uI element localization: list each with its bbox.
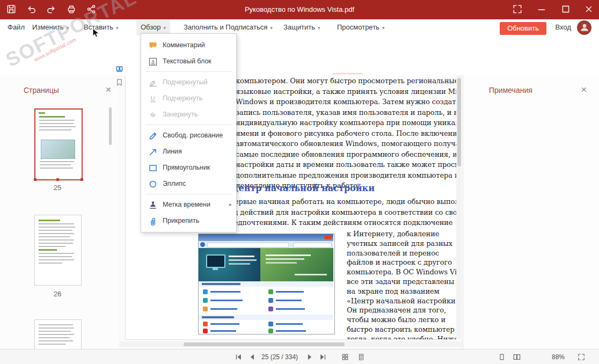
thumbnails-view-icon[interactable] <box>341 353 349 363</box>
status-bar: 25 (25 / 334) 88% <box>0 349 599 364</box>
next-page-button[interactable] <box>306 353 313 363</box>
notes-panel-title: Примечания <box>489 86 532 94</box>
paragraph-1: компьютером. Они могут быстро просмотрет… <box>236 77 457 192</box>
svg-text:U: U <box>151 95 155 102</box>
selection-handle[interactable] <box>34 178 36 181</box>
chevron-down-icon: ▾ <box>318 25 320 31</box>
paragraph-2: Впервые начиная работать на компьютере, … <box>225 198 457 229</box>
fullscreen-toggle-icon[interactable] <box>578 353 585 363</box>
paragraph-3: к Интернету, добавлениеучетных записей д… <box>347 230 457 340</box>
maximize-button[interactable] <box>561 4 572 15</box>
update-button[interactable]: Обновить <box>500 22 546 35</box>
close-button[interactable] <box>584 4 595 15</box>
zoom-percent: 88% <box>552 353 565 361</box>
menu-view[interactable]: Просмотреть▾ <box>333 19 389 35</box>
sign-in-link[interactable]: Вход <box>556 19 571 35</box>
vista-address-bar <box>199 241 333 248</box>
chevron-down-icon: ▾ <box>67 25 69 31</box>
underline-icon: U <box>148 93 158 103</box>
pages-panel: Страницы ✕ 25 <box>0 75 120 349</box>
title-bar: Руководство по Windows Vista.pdf <box>0 0 599 19</box>
chevron-down-icon: ▾ <box>116 25 119 31</box>
ellipse-icon <box>148 179 158 188</box>
first-page-button[interactable] <box>235 353 242 363</box>
rectangle-icon <box>148 163 158 172</box>
page-number-label: 25 <box>34 184 81 192</box>
vista-section-header <box>199 315 333 320</box>
page-thumbnail-26[interactable] <box>34 215 82 286</box>
embedded-vista-screenshot <box>198 234 335 334</box>
workspace: Страницы ✕ 25 <box>0 75 599 349</box>
submenu-arrow-icon: ▸ <box>229 196 232 213</box>
strikethrough-icon: S <box>148 110 158 119</box>
pages-panel-title: Страницы <box>24 86 59 94</box>
selection-handle[interactable] <box>56 178 59 181</box>
vista-banner-left <box>199 248 260 281</box>
menu-item-strikethrough: S Зачеркнуть <box>141 106 236 122</box>
page-thumbnail-25[interactable] <box>34 108 83 180</box>
notes-panel-close-icon[interactable]: ✕ <box>581 85 587 94</box>
menu-edit[interactable]: Изменить▾ <box>28 19 73 35</box>
notes-panel: Примечания ✕ <box>463 75 599 349</box>
single-page-view-icon[interactable] <box>498 353 506 363</box>
comment-icon <box>148 40 158 50</box>
pages-panel-scrollbar[interactable] <box>109 107 112 145</box>
menu-protect[interactable]: Защитить▾ <box>279 19 325 35</box>
menu-insert[interactable]: Вставить▾ <box>79 19 123 35</box>
line-arrow-icon <box>148 147 158 156</box>
freehand-draw-icon <box>148 130 158 140</box>
menu-item-attach[interactable]: Прикрепить <box>141 213 236 229</box>
page-info: 25 (25 / 334) <box>261 353 298 361</box>
menu-item-underline: U Подчеркнуть <box>141 90 236 106</box>
svg-text:a: a <box>151 59 155 64</box>
document-vscrollbar-thumb[interactable] <box>457 78 461 166</box>
vista-section-header <box>199 281 333 287</box>
vista-title-bar <box>199 234 333 241</box>
menu-file[interactable]: Файл <box>3 19 29 35</box>
menu-bar: Файл Изменить▾ Вставить▾ Обзор▾ Заполнит… <box>0 19 599 35</box>
page-number-label: 26 <box>34 290 81 298</box>
chevron-down-icon: ▾ <box>164 25 166 31</box>
timestamp-stamp-icon <box>148 200 158 209</box>
document-vscrollbar-track[interactable] <box>456 75 462 339</box>
last-page-button[interactable] <box>319 353 327 363</box>
minimize-button[interactable] <box>537 4 547 15</box>
facing-pages-view-icon[interactable] <box>513 353 521 363</box>
section-heading: Центр начальной настройки <box>230 183 375 193</box>
menu-item-highlight: Подчеркнутый <box>141 74 236 90</box>
menu-item-timestamp[interactable]: Метка времени ▸ <box>141 196 236 213</box>
pdf-reader-window: Руководство по Windows Vista.pdf Файл Из… <box>0 0 599 364</box>
selection-handle[interactable] <box>81 178 83 181</box>
chevron-down-icon: ▾ <box>270 25 273 31</box>
document-hscrollbar-thumb[interactable] <box>184 343 345 346</box>
avatar[interactable] <box>577 20 591 35</box>
menu-item-text-block[interactable]: a Текстовый блок <box>141 53 236 69</box>
attach-paperclip-icon <box>148 216 158 225</box>
menu-separator <box>145 194 232 194</box>
menu-item-freehand-draw[interactable]: Свобод. рисование <box>141 127 236 143</box>
menu-item-rectangle[interactable]: Прямоугольник <box>141 159 236 176</box>
menu-item-ellipse[interactable]: Эллипс <box>141 176 236 192</box>
text-block-icon: a <box>148 56 158 66</box>
menu-separator <box>145 71 232 72</box>
page-view-icon[interactable] <box>357 353 365 363</box>
toolbar: Вставить Рука Выделить Снимок % ▾ − + <box>0 35 599 76</box>
vista-close-button <box>324 235 332 239</box>
menu-item-line[interactable]: Линия <box>141 143 236 159</box>
highlight-icon <box>148 77 158 87</box>
menu-separator <box>145 125 232 125</box>
previous-page-button[interactable] <box>249 353 256 363</box>
chevron-down-icon: ▾ <box>382 25 385 31</box>
review-dropdown-menu: Комментарий a Текстовый блок Подчеркнуты… <box>141 33 237 232</box>
pages-panel-icon[interactable] <box>115 65 123 76</box>
bookmarks-panel-icon[interactable] <box>115 78 123 89</box>
fullscreen-icon[interactable] <box>513 4 523 15</box>
vista-banner-right <box>260 248 333 281</box>
document-hscrollbar-track[interactable] <box>119 341 463 347</box>
window-title: Руководство по Windows Vista.pdf <box>0 5 599 13</box>
menu-item-comment[interactable]: Комментарий <box>141 37 236 53</box>
pages-panel-close-icon[interactable]: ✕ <box>105 85 112 94</box>
